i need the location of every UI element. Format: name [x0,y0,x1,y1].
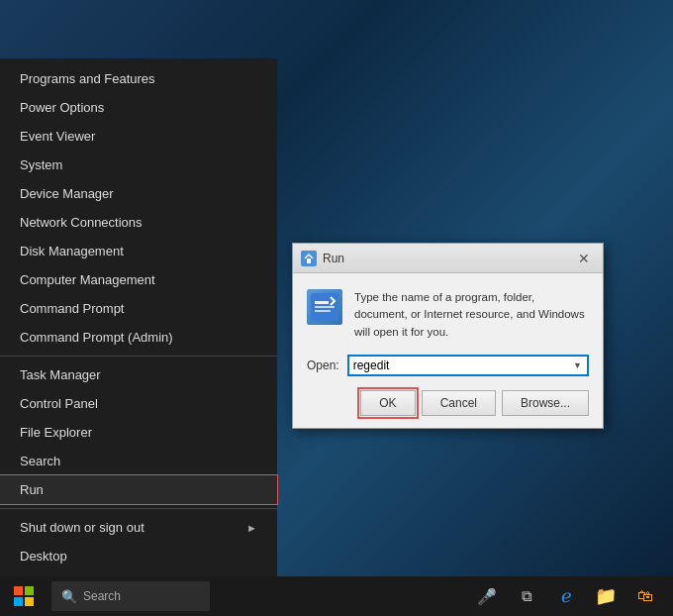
microphone-taskbar-icon[interactable]: 🎤 [471,576,503,616]
svg-rect-4 [315,306,335,308]
run-big-icon [307,289,342,325]
run-open-row: Open: ▼ [307,355,589,376]
svg-rect-5 [315,310,331,312]
run-title-left: Run [301,251,344,266]
menu-item-programs-features[interactable]: Programs and Features [0,64,277,93]
folder-icon: 📁 [595,585,617,607]
run-cancel-button[interactable]: Cancel [422,390,496,416]
taskbar-search-box[interactable]: 🔍 Search [51,581,210,611]
run-close-button[interactable]: ✕ [573,248,595,269]
menu-item-desktop[interactable]: Desktop [0,542,277,570]
menu-item-computer-management[interactable]: Computer Management [0,265,277,294]
menu-item-task-manager[interactable]: Task Manager [0,360,277,389]
run-dialog-titlebar: Run ✕ [293,244,603,273]
menu-item-device-manager[interactable]: Device Manager [0,179,277,208]
menu-item-disk-management[interactable]: Disk Management [0,237,277,265]
svg-rect-3 [315,301,329,304]
internet-explorer-icon: ℯ [561,585,572,607]
menu-item-event-viewer[interactable]: Event Viewer [0,122,277,151]
run-dialog-title: Run [323,252,344,265]
run-description-text: Type the name of a program, folder, docu… [354,289,589,341]
menu-divider-1 [0,356,277,357]
context-menu: Programs and Features Power Options Even… [0,58,277,576]
run-browse-button[interactable]: Browse... [502,390,589,416]
menu-item-shutdown[interactable]: Shut down or sign out ► [0,513,277,542]
menu-item-power-options[interactable]: Power Options [0,93,277,122]
menu-item-command-prompt[interactable]: Command Prompt [0,294,277,323]
run-dialog-body: Type the name of a program, folder, docu… [293,273,603,428]
file-explorer-taskbar-icon[interactable]: 📁 [590,576,622,616]
menu-item-network-connections[interactable]: Network Connections [0,208,277,237]
run-input[interactable] [351,359,570,372]
run-dropdown-arrow[interactable]: ▼ [570,357,585,374]
svg-rect-1 [307,258,311,263]
menu-divider-2 [0,508,277,509]
run-open-label: Open: [307,359,339,372]
internet-explorer-taskbar-icon[interactable]: ℯ [550,576,582,616]
store-taskbar-icon[interactable]: 🛍 [629,576,661,616]
run-buttons: OK Cancel Browse... [307,390,589,416]
task-view-icon: ⧉ [522,587,532,605]
run-description-area: Type the name of a program, folder, docu… [307,289,589,341]
taskbar-search-text: Search [83,589,121,603]
menu-item-control-panel[interactable]: Control Panel [0,389,277,418]
run-input-wrapper: ▼ [347,355,589,376]
taskbar: 🔍 Search 🎤 ⧉ ℯ 📁 🛍 [0,576,673,616]
search-icon: 🔍 [61,589,77,604]
start-button[interactable] [0,576,48,616]
taskbar-system-icons: 🎤 ⧉ ℯ 📁 🛍 [471,576,673,616]
windows-logo-icon [14,586,34,606]
run-dialog-icon [301,251,317,266]
menu-item-search[interactable]: Search [0,447,277,475]
run-dialog: Run ✕ Type the name of a program, folder… [292,243,604,429]
task-view-taskbar-icon[interactable]: ⧉ [511,576,542,616]
menu-item-command-prompt-admin[interactable]: Command Prompt (Admin) [0,323,277,352]
menu-item-system[interactable]: System [0,151,277,179]
store-icon: 🛍 [637,587,653,605]
arrow-icon: ► [246,522,257,534]
menu-item-run[interactable]: Run [0,475,277,504]
microphone-icon: 🎤 [477,587,497,606]
menu-item-file-explorer[interactable]: File Explorer [0,418,277,447]
desktop: Programs and Features Power Options Even… [0,0,673,616]
run-ok-button[interactable]: OK [360,390,415,416]
